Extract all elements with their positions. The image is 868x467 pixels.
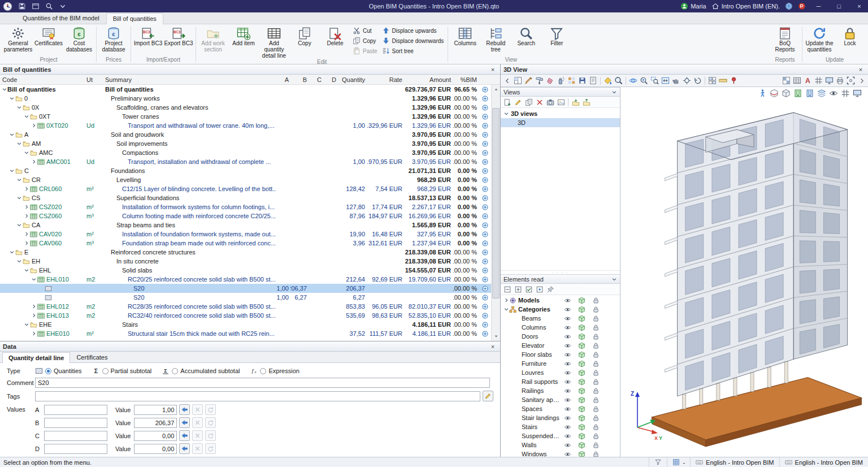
boq-row-ehe010[interactable]: EHE010m²Structural stair 15cm thick made…	[0, 329, 491, 338]
lock-toggle-button[interactable]	[591, 423, 601, 431]
find-element-button[interactable]	[613, 75, 624, 86]
transfer-value-button[interactable]	[179, 443, 190, 454]
collapse-toggle-icon[interactable]	[8, 96, 15, 102]
language-globe[interactable]	[785, 2, 793, 10]
data-tab-quantity-detail-line[interactable]: Quantity detail line	[2, 352, 70, 363]
column-header-code[interactable]: Code	[0, 75, 85, 84]
camera-view-button[interactable]	[545, 97, 555, 107]
lock-toggle-button[interactable]	[591, 450, 601, 457]
eye-toggle-button[interactable]	[563, 314, 572, 323]
tile-windows-button[interactable]	[707, 75, 718, 86]
project-database-button[interactable]: €Project database	[98, 25, 129, 55]
copy-button[interactable]: Copy	[289, 25, 320, 55]
collapse-toggle-icon[interactable]	[23, 150, 29, 156]
fill-bucket-button[interactable]	[602, 75, 613, 86]
tree-node-spaces[interactable]: Spaces	[501, 404, 620, 413]
general-parameters-button[interactable]: General parameters	[3, 25, 33, 55]
cube-toggle-button[interactable]	[577, 450, 587, 457]
annotation-text-button[interactable]: A	[802, 75, 813, 86]
cube-outline-button[interactable]	[780, 88, 791, 98]
collapse-toggle-icon[interactable]	[503, 111, 509, 117]
boq-row-c[interactable]: CFoundations21.071,31 EUR0.00 %	[0, 166, 491, 175]
cube-toggle-button[interactable]	[577, 351, 587, 359]
collapse-toggle-icon[interactable]	[8, 249, 15, 256]
value-d-expression-input[interactable]	[44, 444, 107, 454]
value-a-input[interactable]: 1,00	[134, 405, 177, 415]
bim-link-icon[interactable]	[480, 121, 489, 130]
zoom-fit-button[interactable]	[660, 75, 671, 86]
eye-toggle-button[interactable]	[563, 396, 572, 404]
data-tab-certificates[interactable]: Certificates	[70, 352, 114, 362]
lock-toggle-button[interactable]	[591, 405, 601, 413]
collapse-toggle-icon[interactable]	[8, 132, 15, 138]
toolbar-scroll-left-button[interactable]	[502, 75, 513, 86]
cube-toggle-button[interactable]	[577, 387, 587, 395]
section-box-button[interactable]	[769, 88, 779, 98]
bim-link-icon[interactable]	[480, 184, 489, 193]
collapse-toggle-icon[interactable]	[8, 168, 15, 174]
pin-tree-button[interactable]	[545, 284, 555, 295]
view3d-close-button[interactable]: ×	[856, 66, 865, 73]
column-header-b[interactable]: B	[290, 75, 309, 84]
boq-row-ehl[interactable]: EHLSolid slabs154.555,07 EUR100.00 %	[0, 266, 491, 275]
lock-toggle-button[interactable]	[591, 387, 601, 395]
column-header-bim[interactable]: %BIM	[453, 75, 479, 84]
bim-link-icon[interactable]	[480, 329, 489, 338]
boq-row-detail-s20[interactable]: S201,006,276,27100.00 %	[0, 293, 491, 302]
expand-toggle-icon[interactable]	[31, 123, 37, 129]
collapse-toggle-icon[interactable]	[16, 177, 22, 183]
restore-value-button[interactable]	[205, 417, 216, 428]
expand-toggle-icon[interactable]	[31, 304, 37, 310]
expand-toggle-icon[interactable]	[31, 159, 37, 165]
find-button[interactable]	[44, 2, 54, 11]
boq-row-cr[interactable]: CRLevelling968,29 EUR0.00 %	[0, 175, 491, 184]
keyboard-language-2[interactable]: English - Intro Open BIM	[779, 457, 868, 467]
column-header-amount[interactable]: Amount	[405, 75, 453, 84]
collapse-toggle-icon[interactable]	[16, 258, 22, 265]
bim-link-icon[interactable]	[480, 248, 489, 257]
boq-row-cav020[interactable]: CAV020m²Installation of foundation formw…	[0, 230, 491, 239]
filter-button[interactable]: Filter	[541, 25, 572, 55]
ribbon-tab-quantities-of-the-bim-model[interactable]: Quantities of the BIM model	[16, 12, 106, 24]
edit-tags-button[interactable]	[483, 391, 493, 401]
boq-row-0x[interactable]: 0XScaffolding, cranes and elevators1.329…	[0, 103, 491, 112]
boq-row-csz020[interactable]: CSZ020m²Installation of formwork systems…	[0, 202, 491, 211]
radio-partial-subtotal[interactable]	[102, 368, 108, 374]
cube-toggle-button[interactable]	[577, 441, 587, 449]
bim-link-icon[interactable]	[480, 302, 489, 311]
comment-input[interactable]: S20	[35, 378, 490, 388]
lock-toggle-button[interactable]	[591, 296, 601, 305]
type-option-accumulated-subtotal[interactable]: ΣAccumulated subtotal	[162, 367, 240, 375]
expand-toggle-icon[interactable]	[31, 313, 37, 319]
collapse-toggle-icon[interactable]	[16, 195, 22, 201]
transfer-value-button[interactable]	[179, 430, 190, 441]
3d-viewport[interactable]: Z X Y	[620, 87, 868, 457]
tree-node-windows[interactable]: Windows	[501, 449, 620, 457]
bim-link-icon[interactable]	[480, 85, 489, 94]
column-header-ut[interactable]: Ut	[85, 75, 103, 84]
boq-reports-button[interactable]: BoQ Reports	[770, 25, 800, 55]
collapse-toggle-icon[interactable]	[23, 114, 29, 120]
search-button[interactable]: Search	[511, 25, 541, 55]
bim-link-icon[interactable]	[480, 175, 489, 184]
boq-row-amc[interactable]: AMCCompactions3.970,95 EUR100.00 %	[0, 148, 491, 157]
tree-node-columns[interactable]: Columns	[501, 323, 620, 332]
bim-link-icon[interactable]	[480, 257, 489, 266]
column-header-rate[interactable]: Rate	[367, 75, 405, 84]
expand-toggle-icon[interactable]	[23, 213, 29, 219]
scene-report-button[interactable]	[588, 75, 598, 86]
tree-node-floor-slabs[interactable]: Floor slabs	[501, 350, 620, 359]
bim-link-icon[interactable]	[480, 103, 489, 112]
paint-spray-button[interactable]	[555, 75, 566, 86]
duplicate-view-button[interactable]	[523, 97, 534, 107]
lock-toggle-button[interactable]	[591, 414, 601, 422]
collapse-tree-button[interactable]	[502, 284, 513, 295]
collapse-toggle-icon[interactable]	[16, 141, 22, 147]
tree-node-models[interactable]: Models	[501, 296, 620, 305]
lock-toggle-button[interactable]	[591, 323, 601, 332]
building-blue-button[interactable]	[804, 88, 815, 98]
save-file-button[interactable]	[17, 2, 27, 11]
bim-link-icon[interactable]	[480, 157, 489, 166]
sort-tree-button[interactable]: Sort tree	[380, 46, 446, 56]
delete-button[interactable]: Delete	[320, 25, 350, 55]
